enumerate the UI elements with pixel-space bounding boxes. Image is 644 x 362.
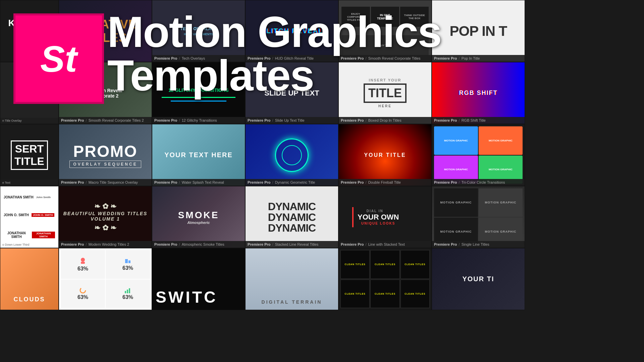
svg-rect-3	[128, 260, 130, 263]
list-item[interactable]: CLEAN TITLES CLEAN TITLES CLEAN TITLES C…	[338, 248, 432, 310]
thumb-title: PROMO	[73, 142, 137, 161]
list-item[interactable]: SLIDE UP TEXT Premiere Pro / Slide Up Te…	[245, 62, 338, 124]
list-item[interactable]: YOUR TITLE Premiere Pro / Double Firebal…	[338, 124, 432, 186]
list-item[interactable]: ENJOY CORPORATE TITLES PACK IN ONE TEMPL…	[338, 0, 432, 62]
thumb-title: YOUR TITLE	[364, 152, 406, 158]
adobe-logo-text: St	[40, 38, 77, 80]
thumb-title: CLOUDS	[14, 296, 45, 303]
svg-rect-2	[125, 259, 128, 263]
thumb-title: SWITC	[156, 288, 218, 306]
thumb-title: TECH OVERLAYS HUD / UI ELEMENTS	[177, 23, 220, 39]
list-item[interactable]: SERTTITLE e Text	[0, 124, 59, 186]
list-item[interactable]: DIGITAL TERRAIN	[245, 248, 338, 310]
list-item[interactable]: 12 GLITCHY TRANSITIONS Premiere Pro / 12…	[152, 62, 245, 124]
list-item[interactable]: JONATHAN SMITH John Smith JOHN O. SMITH …	[0, 186, 59, 248]
svg-point-4	[80, 288, 86, 293]
list-item[interactable]: YOUR TI	[432, 248, 525, 310]
list-item[interactable]: SWITC	[152, 248, 245, 310]
list-item[interactable]: SMOKE Atmospheric Premiere Pro / Atmosph…	[152, 186, 245, 248]
list-item[interactable]: RGB SHIFT Premiere Pro / RGB Shift Title	[432, 62, 525, 124]
list-item[interactable]: ❧ ✿ ❧ BEAUTIFUL WEDDING TITLESVOLUME 1 ❧…	[59, 186, 152, 248]
svg-rect-7	[129, 288, 130, 293]
list-item[interactable]: YOUR TEXT HERE Premiere Pro / Water Spla…	[152, 124, 245, 186]
list-item[interactable]: MOTION GRAPHIC MOTION GRAPHIC MOTION GRA…	[432, 124, 525, 186]
thumb-title: DIGITAL TERRAIN	[262, 299, 322, 305]
list-item[interactable]: 63% 63% 63% 63%	[59, 248, 152, 310]
thumb-title: SERTTITLE	[11, 140, 48, 170]
list-item[interactable]: CLOUDS	[0, 248, 59, 310]
list-item[interactable]: INSERT YOUR TITLE HERE Premiere Pro / Bo…	[338, 62, 432, 124]
thumb-title: SMOKE	[178, 210, 219, 221]
list-item[interactable]: PROMO OVERLAY SEQUENCE Premiere Pro / Ma…	[59, 124, 152, 186]
thumb-title: TITLE	[364, 83, 407, 103]
list-item[interactable]: Premiere Pro / Dynamic Geometric Title	[245, 124, 338, 186]
svg-rect-5	[125, 291, 126, 293]
svg-point-0	[81, 258, 85, 262]
thumb-title: GLITCH REVEAL	[260, 27, 323, 35]
thumb-title: POP IN T	[450, 23, 507, 39]
thumb-title: DYNAMICDYNAMICDYNAMIC	[268, 201, 316, 233]
thumb-title: SLIDE UP TEXT	[264, 89, 319, 98]
thumb-title: BEAUTIFUL WEDDING TITLESVOLUME 1	[63, 211, 148, 222]
list-item[interactable]: DYNAMICDYNAMICDYNAMIC Premiere Pro / Sta…	[245, 186, 338, 248]
list-item[interactable]: GLITCH REVEAL Premiere Pro / HUD Glitch …	[245, 0, 338, 62]
svg-rect-1	[81, 262, 85, 264]
adobe-stock-logo[interactable]: St	[13, 13, 104, 104]
svg-rect-6	[127, 290, 128, 293]
list-item[interactable]: TECH OVERLAYS HUD / UI ELEMENTS Premiere…	[152, 0, 245, 62]
thumb-title: YOUR TEXT HERE	[164, 151, 233, 159]
list-item[interactable]: Dial In YOUR OWN UNIQUE LOOKS Premiere P…	[338, 186, 432, 248]
thumb-title: YOUR TI	[462, 275, 494, 283]
list-item[interactable]: MOTION GRAPHIC MOTION GRAPHIC MOTION GRA…	[432, 186, 525, 248]
list-item[interactable]: POP IN T Premiere Pro / Pop In Title	[432, 0, 525, 62]
